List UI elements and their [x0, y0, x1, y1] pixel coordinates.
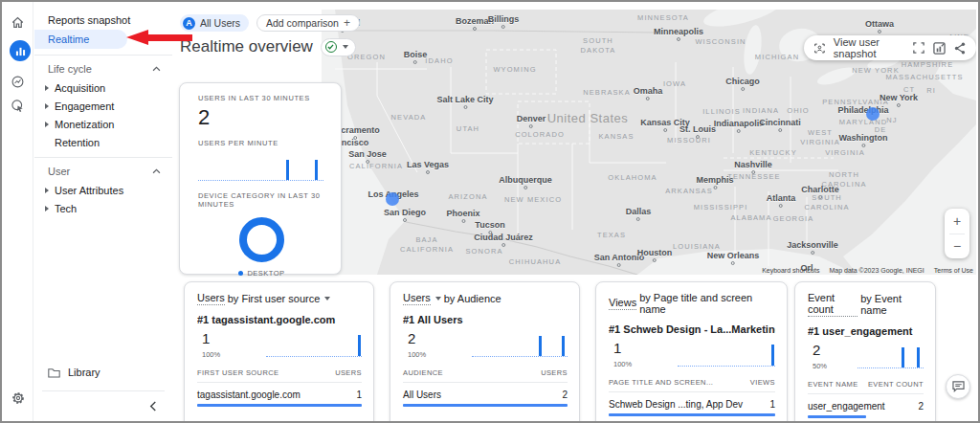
users-30min-value: 2 [198, 105, 325, 130]
card-title-dropdown[interactable]: Event count by Event name [808, 292, 924, 317]
user-snapshot-icon [814, 42, 825, 55]
sparkline-bar [562, 336, 565, 356]
reports-icon[interactable] [10, 40, 31, 61]
card-title-rest: by First user source [228, 293, 321, 304]
card-title-dropdown[interactable]: Users by First user source [197, 292, 362, 305]
card-sparkline [472, 332, 568, 357]
legend-label: DESKTOP [247, 269, 284, 278]
feedback-button[interactable] [946, 374, 970, 399]
card-title-rest: by Page title and screen name [639, 292, 775, 315]
top-entry-value: 2 [813, 342, 858, 358]
advertising-icon[interactable] [10, 98, 26, 114]
add-comparison-button[interactable]: Add comparison + [256, 14, 360, 32]
add-comparison-label: Add comparison [266, 17, 339, 29]
table-row: tagassistant.google.com1 [197, 390, 362, 407]
table-body: All Users2 [403, 390, 568, 407]
top-entry-percent: 100% [202, 350, 266, 359]
row-value-bar [609, 413, 775, 416]
edit-chart-icon[interactable] [933, 42, 946, 55]
card-title-dropdown[interactable]: Users by Audience [403, 292, 568, 305]
sidebar-item-label: Tech [55, 203, 77, 214]
top-entry-value: 2 [408, 330, 472, 346]
gear-icon[interactable] [10, 390, 26, 406]
sidebar-divider [34, 55, 172, 56]
sidebar-item-reports-snapshot[interactable]: Reports snapshot [34, 11, 172, 30]
column-header: EVENT NAME [808, 380, 858, 389]
view-user-snapshot-button[interactable]: View user snapshot [804, 35, 976, 60]
table-body: Schweb Design ...ting, App Dev1 [609, 399, 775, 416]
section-label: User [48, 166, 70, 177]
comparison-chips-row: A All Users Add comparison + [180, 14, 360, 32]
terms-of-use-link[interactable]: Terms of Use [934, 267, 973, 274]
sidebar-item-library[interactable]: Library [34, 362, 172, 383]
keyboard-shortcuts-link[interactable]: Keyboard shortcuts [762, 267, 819, 274]
column-header: AUDIENCE [403, 368, 443, 377]
column-header: FIRST USER SOURCE [197, 368, 278, 377]
top-entry-label: #1 All Users [403, 314, 568, 325]
top-entry-label: #1 Schweb Design - La...Marketing, App D… [609, 323, 775, 335]
table-header: FIRST USER SOURCE USERS [197, 368, 362, 383]
card-title-metric: Views [609, 297, 636, 310]
sidebar-item-tech[interactable]: Tech [34, 199, 172, 217]
sidebar-item-label: Retention [55, 137, 100, 148]
sidebar-item-acquisition[interactable]: Acquisition [34, 78, 172, 97]
table-row: user_engagement2 [808, 401, 924, 418]
row-name: user_engagement [808, 401, 885, 412]
sidebar-item-retention[interactable]: Retention [34, 133, 172, 151]
top-entry-label: #1 user_engagement [808, 325, 924, 337]
all-users-chip[interactable]: A All Users [180, 14, 249, 32]
map-data-copyright: Map data ©2023 Google, INEGI [829, 267, 924, 274]
column-header: VIEWS [750, 378, 775, 387]
sidebar-section-life-cycle[interactable]: Life cycle [34, 59, 172, 78]
sidebar-item-user-attributes[interactable]: User Attributes [34, 181, 172, 199]
expand-arrow-icon [45, 103, 49, 109]
sidebar-item-label: Monetization [55, 119, 114, 130]
sparkline-bar [358, 335, 361, 356]
chevron-down-icon [435, 297, 441, 301]
check-circle-icon [325, 41, 337, 53]
row-value-bar [197, 404, 362, 407]
users-by-first-user-source-card: Users by First user source #1 tagassista… [184, 281, 374, 423]
column-header: USERS [335, 368, 362, 377]
sidebar-item-monetization[interactable]: Monetization [34, 115, 172, 133]
row-name: All Users [403, 390, 441, 400]
card-sparkline [858, 344, 924, 368]
users-per-minute-label: USERS PER MINUTE [198, 139, 325, 147]
active-user-location-dot [386, 192, 399, 206]
zoom-out-button[interactable]: − [945, 234, 969, 259]
row-value-bar [808, 415, 866, 418]
row-value: 1 [769, 399, 775, 410]
expand-arrow-icon [45, 188, 49, 193]
users-by-audience-card: Users by Audience #1 All Users 2 100% AU… [390, 281, 580, 423]
map-zoom-control: + − [945, 209, 969, 258]
top-entry-percent: 100% [408, 350, 472, 359]
explore-icon[interactable] [10, 74, 26, 90]
card-title-rest: by Audience [444, 293, 501, 304]
expand-arrow-icon [45, 122, 49, 127]
row-name: Schweb Design ...ting, App Dev [609, 399, 743, 410]
card-title-dropdown[interactable]: Views by Page title and screen name [609, 292, 775, 315]
device-category-donut [239, 217, 284, 262]
sidebar-item-engagement[interactable]: Engagement [34, 97, 172, 115]
fullscreen-icon[interactable] [913, 42, 924, 54]
home-icon[interactable] [10, 14, 26, 31]
zoom-in-button[interactable]: + [945, 209, 969, 234]
table-header: AUDIENCE USERS [403, 368, 568, 383]
card-title-rest: by Event name [860, 293, 924, 316]
share-icon[interactable] [954, 42, 966, 55]
row-value: 1 [356, 390, 362, 400]
row-value: 2 [918, 401, 924, 412]
sidebar-section-user[interactable]: User [34, 162, 172, 181]
top-entry-percent: 50% [813, 362, 858, 370]
us-map[interactable]: View user snapshot + − Keyboard shortcut… [322, 10, 976, 275]
app-icon-rail [2, 2, 33, 421]
report-status-dropdown[interactable] [321, 38, 356, 56]
collapse-sidebar-icon[interactable] [149, 401, 157, 412]
table-header: EVENT NAME EVENT COUNT [808, 380, 924, 394]
sparkline-bar [771, 345, 774, 366]
sparkline-bar [315, 160, 318, 180]
sidebar-item-realtime[interactable]: Realtime [34, 30, 127, 49]
views-by-page-title-card: Views by Page title and screen name #1 S… [595, 281, 788, 423]
donut-legend: DESKTOP [198, 269, 325, 278]
expand-arrow-icon [45, 85, 49, 91]
